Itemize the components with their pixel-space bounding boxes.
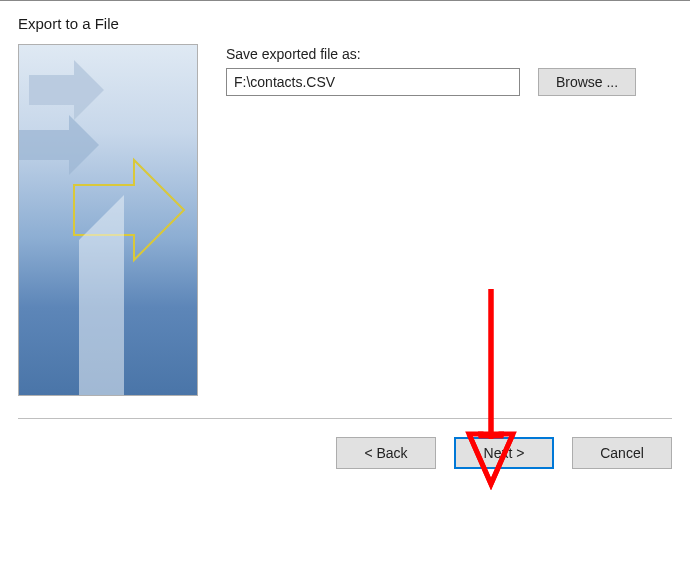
button-bar: < Back Next > Cancel — [0, 419, 690, 469]
dialog-body: Save exported file as: Browse ... — [0, 32, 690, 396]
filepath-label: Save exported file as: — [226, 46, 672, 62]
wizard-image — [18, 44, 198, 396]
filepath-row: Browse ... — [226, 68, 672, 96]
back-button[interactable]: < Back — [336, 437, 436, 469]
cancel-button[interactable]: Cancel — [572, 437, 672, 469]
filepath-input[interactable] — [226, 68, 520, 96]
next-button[interactable]: Next > — [454, 437, 554, 469]
browse-button[interactable]: Browse ... — [538, 68, 636, 96]
wizard-graphic-icon — [19, 45, 198, 396]
dialog-header: Export to a File — [0, 0, 690, 32]
page-title: Export to a File — [18, 15, 672, 32]
wizard-form: Save exported file as: Browse ... — [226, 44, 672, 396]
